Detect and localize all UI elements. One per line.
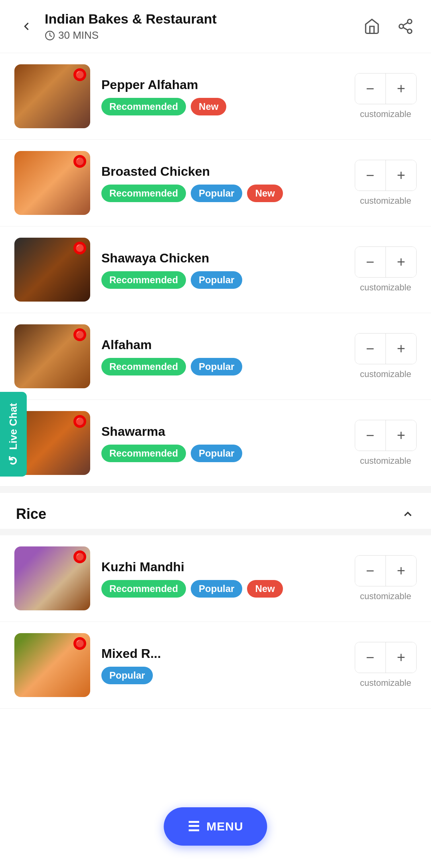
badge-new: New <box>247 185 283 202</box>
share-icon <box>397 18 414 35</box>
item-badges: Recommended Popular <box>101 271 344 289</box>
decrease-button[interactable]: − <box>355 642 386 673</box>
badge-recommended: Recommended <box>101 580 186 598</box>
decrease-button[interactable]: − <box>355 160 386 191</box>
badge-recommended: Recommended <box>101 185 186 202</box>
increase-button[interactable]: + <box>386 73 416 104</box>
customizable-label: customizable <box>360 456 411 466</box>
header-actions <box>361 15 417 38</box>
section-divider <box>0 487 431 493</box>
live-chat-icon: ↺ <box>6 455 20 465</box>
item-image-wrap: 🔴 <box>14 633 90 697</box>
header-info: Indian Bakes & Restaurant 30 MINS <box>38 11 361 42</box>
increase-button[interactable]: + <box>386 334 416 364</box>
item-controls: − + customizable <box>355 73 417 119</box>
svg-point-1 <box>407 20 412 24</box>
menu-item-pepper-alfaham: 🔴 Pepper Alfaham Recommended New − + cus… <box>0 53 431 140</box>
item-badges: Recommended Popular <box>101 445 344 462</box>
share-button[interactable] <box>394 15 417 38</box>
item-flag: 🔴 <box>73 68 86 81</box>
customizable-label: customizable <box>360 369 411 379</box>
item-name: Broasted Chicken <box>101 164 344 179</box>
item-info: Broasted Chicken Recommended Popular New <box>101 164 344 202</box>
increase-button[interactable]: + <box>386 247 416 277</box>
item-name: Shawaya Chicken <box>101 251 344 266</box>
badge-popular: Popular <box>101 667 153 684</box>
quantity-control: − + <box>355 642 417 673</box>
restaurant-title: Indian Bakes & Restaurant <box>45 11 361 27</box>
item-name: Alfaham <box>101 338 344 352</box>
item-controls: − + customizable <box>355 333 417 379</box>
item-badges: Recommended Popular New <box>101 580 344 598</box>
item-badges: Recommended Popular New <box>101 185 344 202</box>
header: Indian Bakes & Restaurant 30 MINS <box>0 0 431 53</box>
item-flag: 🔴 <box>73 155 86 168</box>
item-controls: − + customizable <box>355 642 417 688</box>
customizable-label: customizable <box>360 196 411 206</box>
menu-float-icon: ☰ <box>188 818 200 834</box>
clock-icon <box>45 30 55 41</box>
quantity-control: − + <box>355 246 417 278</box>
menu-item-broasted-chicken: 🔴 Broasted Chicken Recommended Popular N… <box>0 140 431 226</box>
badge-popular: Popular <box>191 185 242 202</box>
item-controls: − + customizable <box>355 420 417 466</box>
item-info: Mixed R... Popular <box>101 646 344 684</box>
menu-item-alfaham: 🔴 Alfaham Recommended Popular − + custom… <box>0 313 431 400</box>
badge-popular: Popular <box>191 580 242 598</box>
home-button[interactable] <box>361 15 383 38</box>
menu-item-shawarma: 🔴 Shawarma Recommended Popular − + custo… <box>0 400 431 487</box>
customizable-label: customizable <box>360 282 411 293</box>
badge-popular: Popular <box>191 445 242 462</box>
decrease-button[interactable]: − <box>355 334 386 364</box>
menu-item-shawaya-chicken: 🔴 Shawaya Chicken Recommended Popular − … <box>0 226 431 313</box>
menu-float-label: MENU <box>206 820 243 833</box>
rice-section-title: Rice <box>16 506 46 522</box>
svg-line-4 <box>403 28 408 30</box>
item-image-wrap: 🔴 <box>14 324 90 388</box>
item-badges: Recommended New <box>101 98 344 115</box>
back-button[interactable] <box>14 14 38 38</box>
badge-recommended: Recommended <box>101 98 186 115</box>
item-flag: 🔴 <box>73 637 86 650</box>
decrease-button[interactable]: − <box>355 73 386 104</box>
rice-section-header[interactable]: Rice <box>0 493 431 529</box>
svg-line-5 <box>403 22 408 25</box>
customizable-label: customizable <box>360 591 411 602</box>
item-controls: − + customizable <box>355 555 417 602</box>
increase-button[interactable]: + <box>386 160 416 191</box>
item-controls: − + customizable <box>355 160 417 206</box>
svg-point-3 <box>407 29 412 34</box>
item-badges: Popular <box>101 667 344 684</box>
increase-button[interactable]: + <box>386 556 416 586</box>
quantity-control: − + <box>355 333 417 364</box>
item-info: Shawaya Chicken Recommended Popular <box>101 251 344 289</box>
increase-button[interactable]: + <box>386 420 416 451</box>
decrease-button[interactable]: − <box>355 420 386 451</box>
item-image-wrap: 🔴 <box>14 64 90 128</box>
badge-new: New <box>247 580 283 598</box>
item-name: Kuzhi Mandhi <box>101 560 344 574</box>
menu-item-kuzhi-mandhi: 🔴 Kuzhi Mandhi Recommended Popular New −… <box>0 535 431 622</box>
badge-popular: Popular <box>191 271 242 289</box>
increase-button[interactable]: + <box>386 642 416 673</box>
badge-recommended: Recommended <box>101 445 186 462</box>
item-flag: 🔴 <box>73 550 86 563</box>
badge-recommended: Recommended <box>101 358 186 375</box>
item-info: Alfaham Recommended Popular <box>101 338 344 375</box>
item-badges: Recommended Popular <box>101 358 344 375</box>
rice-collapse-button[interactable] <box>401 507 415 521</box>
quantity-control: − + <box>355 73 417 104</box>
live-chat-button[interactable]: ↺ Live Chat <box>0 391 27 476</box>
item-controls: − + customizable <box>355 246 417 293</box>
item-flag: 🔴 <box>73 415 86 428</box>
customizable-label: customizable <box>360 678 411 688</box>
quantity-control: − + <box>355 420 417 451</box>
menu-float-button[interactable]: ☰ MENU <box>164 807 267 846</box>
decrease-button[interactable]: − <box>355 556 386 586</box>
item-image-wrap: 🔴 <box>14 546 90 610</box>
delivery-time: 30 MINS <box>45 29 361 42</box>
item-info: Kuzhi Mandhi Recommended Popular New <box>101 560 344 598</box>
item-info: Pepper Alfaham Recommended New <box>101 77 344 115</box>
live-chat-label: Live Chat <box>7 403 20 449</box>
decrease-button[interactable]: − <box>355 247 386 277</box>
